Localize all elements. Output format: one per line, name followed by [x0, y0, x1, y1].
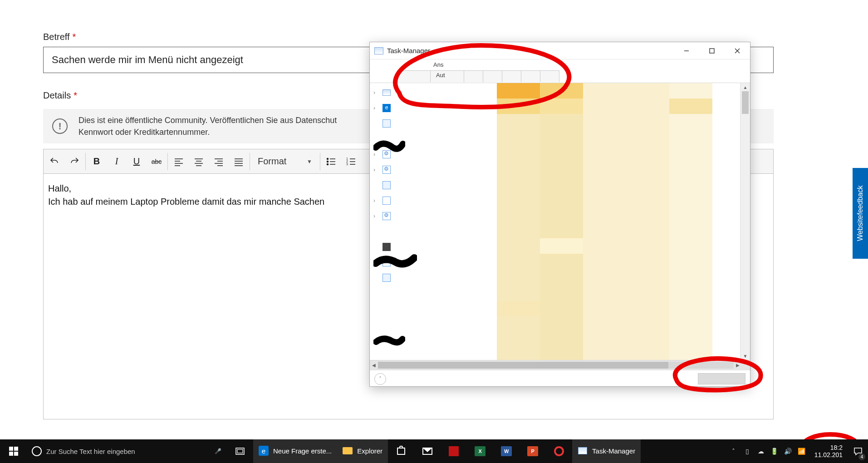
excel-icon: X — [475, 446, 485, 456]
app-icon — [383, 89, 391, 96]
taskbar-clock[interactable]: 18:2 11.02.201 — [809, 444, 848, 458]
format-dropdown-label: Format — [258, 156, 286, 167]
scroll-thumb[interactable] — [378, 362, 668, 369]
taskbar-app-edge[interactable]: e Neue Frage erste... — [253, 439, 337, 463]
tray-wifi-icon[interactable]: 📶 — [796, 446, 807, 457]
task-manager-tabs: Ans Aut — [370, 59, 750, 83]
svg-point-2 — [327, 163, 329, 165]
close-button[interactable] — [725, 42, 750, 59]
strikethrough-button[interactable]: abc — [147, 152, 167, 172]
tray-battery-icon[interactable]: 🔋 — [769, 446, 780, 457]
taskbar-app-mail[interactable] — [414, 439, 441, 463]
maximize-icon — [709, 48, 715, 54]
process-row[interactable]: › — [370, 208, 497, 224]
scroll-left-icon[interactable]: ◀ — [370, 360, 378, 370]
chevron-right-icon: › — [373, 89, 379, 96]
privacy-line2: Kennwort oder Kreditkartennummer. — [78, 126, 337, 138]
tab-button[interactable] — [540, 70, 559, 82]
taskbar-app-generic[interactable] — [441, 439, 467, 463]
italic-button[interactable]: I — [107, 152, 127, 172]
tray-volume-icon[interactable]: 🔊 — [783, 446, 794, 457]
settings-icon — [383, 212, 391, 220]
app-icon — [383, 243, 391, 251]
start-button[interactable] — [0, 439, 27, 463]
tab-button[interactable]: Aut — [431, 70, 464, 82]
process-row[interactable] — [370, 286, 497, 301]
task-view-button[interactable] — [227, 439, 253, 463]
task-manager-window: Task-Manager Ans Aut — [369, 42, 750, 387]
horizontal-scrollbar[interactable]: ◀ ▶ — [370, 360, 750, 370]
tray-onedrive-icon[interactable]: ☁ — [755, 446, 766, 457]
process-row[interactable] — [370, 177, 497, 193]
process-row[interactable] — [370, 116, 497, 131]
process-list[interactable]: › ›e › › › › › — [370, 83, 497, 360]
align-left-icon — [173, 156, 184, 167]
tab-button[interactable] — [502, 70, 521, 82]
taskbar-search[interactable]: Zur Suche Text hier eingeben — [27, 439, 209, 463]
website-feedback-tab[interactable]: Websitefeedback — [853, 168, 868, 259]
clock-time: 18:2 — [814, 444, 843, 451]
taskbar-app-label: Neue Frage erste... — [273, 447, 332, 455]
tab-button[interactable] — [483, 70, 502, 82]
scroll-right-icon[interactable]: ▶ — [734, 360, 742, 370]
tray-chevron-icon[interactable]: ˄ — [728, 446, 739, 457]
scroll-thumb[interactable] — [742, 91, 749, 114]
scroll-up-icon[interactable]: ▲ — [740, 83, 750, 91]
process-row[interactable] — [370, 224, 497, 239]
taskbar-app-opera[interactable] — [546, 439, 572, 463]
search-placeholder: Zur Suche Text hier eingeben — [46, 448, 135, 455]
maximize-button[interactable] — [699, 42, 725, 59]
process-row[interactable]: › — [370, 162, 497, 177]
scroll-down-icon[interactable]: ▼ — [740, 352, 750, 360]
unordered-list-button[interactable] — [321, 152, 341, 172]
windows-icon — [9, 447, 18, 456]
process-row[interactable] — [370, 270, 497, 286]
action-center-button[interactable]: 4 — [848, 439, 868, 463]
align-left-button[interactable] — [169, 152, 189, 172]
process-row[interactable]: › — [370, 85, 497, 100]
bold-button[interactable]: B — [87, 152, 107, 172]
process-row[interactable]: ›e — [370, 100, 497, 116]
minimize-button[interactable] — [674, 42, 699, 59]
end-task-button[interactable] — [698, 373, 745, 384]
mail-icon — [422, 448, 432, 455]
taskbar-app-excel[interactable]: X — [467, 439, 493, 463]
tray-people-icon[interactable]: ▯ — [742, 446, 753, 457]
underline-button[interactable]: U — [127, 152, 147, 172]
undo-icon — [49, 156, 60, 167]
app-icon — [449, 446, 459, 456]
taskbar-app-taskmanager[interactable]: Task-Manager — [572, 439, 641, 463]
format-dropdown[interactable]: Format ▼ — [251, 152, 319, 172]
redo-icon — [69, 156, 80, 167]
process-row[interactable]: › — [370, 193, 497, 208]
taskbar-app-store[interactable] — [388, 439, 414, 463]
align-right-icon — [213, 156, 224, 167]
word-icon: W — [501, 446, 512, 456]
folder-icon — [343, 447, 353, 454]
tab-button[interactable] — [397, 70, 431, 82]
align-center-button[interactable] — [189, 152, 209, 172]
task-manager-titlebar[interactable]: Task-Manager — [370, 42, 750, 59]
redaction-mark — [373, 253, 417, 271]
redaction-mark — [373, 138, 405, 155]
taskbar-app-word[interactable]: W — [493, 439, 520, 463]
more-details-toggle[interactable]: ˄ — [374, 373, 386, 385]
align-center-icon — [193, 156, 204, 167]
align-right-button[interactable] — [209, 152, 229, 172]
tab-button[interactable] — [521, 70, 540, 82]
vertical-scrollbar[interactable]: ▲ ▼ — [740, 83, 750, 360]
taskbar-app-explorer[interactable]: Explorer — [337, 439, 388, 463]
process-row[interactable] — [370, 239, 497, 255]
taskbar-app-label: Task-Manager — [592, 447, 635, 455]
tab-button[interactable] — [464, 70, 483, 82]
undo-button[interactable] — [44, 152, 64, 172]
taskbar-app-powerpoint[interactable]: P — [520, 439, 546, 463]
redo-button[interactable] — [64, 152, 84, 172]
chevron-down-icon: ▼ — [307, 158, 312, 165]
task-manager-icon — [578, 447, 587, 454]
powerpoint-icon: P — [527, 446, 538, 456]
mic-icon[interactable]: 🎤 — [209, 448, 227, 454]
svg-point-1 — [327, 161, 329, 162]
align-justify-button[interactable] — [229, 152, 249, 172]
ordered-list-button[interactable]: 123 — [341, 152, 361, 172]
